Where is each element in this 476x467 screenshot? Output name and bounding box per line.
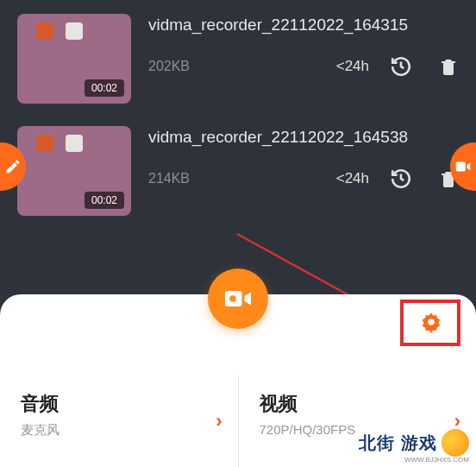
recording-title: vidma_recorder_22112022_164315	[148, 14, 459, 36]
recording-size: 202KB	[148, 59, 190, 74]
duration-badge: 00:02	[85, 192, 124, 209]
recording-thumbnail[interactable]: 00:02	[17, 126, 131, 216]
history-icon[interactable]	[390, 55, 412, 78]
recording-item[interactable]: 00:02 vidma_recorder_22112022_164538 214…	[17, 126, 459, 216]
settings-button[interactable]	[419, 310, 443, 334]
svg-point-4	[428, 319, 435, 325]
recordings-list: 00:02 vidma_recorder_22112022_164315 202…	[0, 0, 476, 216]
recording-age: <24h	[336, 58, 369, 75]
record-button[interactable]	[208, 268, 268, 329]
recording-thumbnail[interactable]: 00:02	[17, 14, 131, 104]
recording-age: <24h	[336, 170, 369, 187]
audio-title: 音频	[21, 391, 217, 417]
svg-rect-0	[456, 162, 466, 172]
svg-point-3	[229, 295, 236, 302]
video-title: 视频	[260, 391, 456, 417]
recording-size: 214KB	[148, 171, 190, 186]
watermark: 北街 游戏 WWW.BJJHXS.COM	[359, 429, 469, 457]
chevron-right-icon: ›	[216, 410, 222, 432]
audio-option[interactable]: 音频 麦克风 ›	[0, 375, 238, 467]
history-icon[interactable]	[390, 167, 412, 190]
delete-icon[interactable]	[438, 55, 459, 78]
duration-badge: 00:02	[85, 79, 124, 97]
audio-subtitle: 麦克风	[21, 422, 217, 439]
bottom-control-panel: 音频 麦克风 › 视频 720P/HQ/30FPS › 北街 游戏 WWW.BJ…	[0, 294, 476, 467]
recording-item[interactable]: 00:02 vidma_recorder_22112022_164315 202…	[17, 14, 459, 104]
recording-title: vidma_recorder_22112022_164538	[148, 126, 459, 148]
